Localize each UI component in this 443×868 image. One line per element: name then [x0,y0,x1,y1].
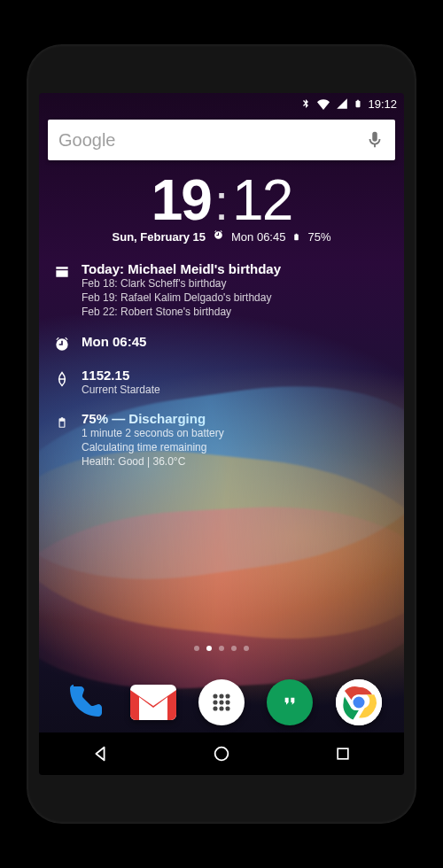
alarm-title: Mon 06:45 [82,334,392,349]
clock-date: Sun, February 15 [113,230,206,244]
stardate-icon [51,368,73,397]
svg-rect-13 [338,748,348,759]
svg-point-3 [213,700,217,704]
cell-signal-icon [336,97,348,110]
calendar-row[interactable]: Today: Michael Meidl's birthday Feb 18: … [51,256,392,329]
phone-frame: 19:12 Google 19:12 Sun, February 15 Mon … [27,44,416,824]
svg-point-5 [225,700,229,704]
battery-line2: Calculating time remaining [82,440,392,454]
battery-icon [354,97,362,110]
search-placeholder: Google [58,130,365,151]
hangouts-app-icon[interactable] [267,679,313,725]
clock-subline: Sun, February 15 Mon 06:45 75% [51,229,392,244]
calendar-title: Today: Michael Meidl's birthday [82,261,392,276]
svg-point-12 [215,748,229,761]
chrome-app-icon[interactable] [336,679,382,725]
wifi-icon [316,97,330,110]
battery-title: 75% — Discharging [82,411,392,426]
battery-line1: 1 minute 2 seconds on battery [82,426,392,440]
status-time: 19:12 [368,97,397,111]
calendar-icon [51,261,73,320]
alarm-icon [213,229,224,244]
battery-row-icon [51,411,73,469]
search-bar[interactable]: Google [48,120,395,160]
svg-point-4 [219,700,223,704]
clock-alarm: Mon 06:45 [231,230,285,244]
app-drawer-icon[interactable] [198,679,245,725]
stardate-row[interactable]: 1152.15 Current Stardate [51,362,392,406]
calendar-line1: Feb 18: Clark Scheff's birthday [82,276,392,291]
dock [39,679,404,725]
svg-point-8 [225,706,229,710]
svg-point-0 [213,694,217,698]
alarm-row[interactable]: Mon 06:45 [51,329,392,362]
clock-widget[interactable]: 19:12 Sun, February 15 Mon 06:45 75% [39,167,404,477]
bluetooth-icon [300,97,311,110]
recents-button[interactable] [331,742,354,765]
svg-point-2 [225,694,229,698]
svg-point-6 [213,706,217,710]
clock-battery: 75% [307,230,330,244]
battery-small-icon [292,231,300,243]
alarm-icon-lg [51,334,73,353]
clock-hours: 19 [152,168,211,232]
calendar-line3: Feb 22: Robert Stone's birthday [82,305,392,319]
battery-row[interactable]: 75% — Discharging 1 minute 2 seconds on … [51,406,392,478]
clock-minutes: 12 [232,168,291,232]
clock-time: 19:12 [51,167,392,233]
screen: 19:12 Google 19:12 Sun, February 15 Mon … [39,93,404,775]
stardate-title: 1152.15 [82,368,392,383]
nav-bar [39,732,404,775]
gmail-app-icon[interactable] [130,685,176,720]
mic-icon[interactable] [365,130,385,150]
calendar-line2: Feb 19: Rafael Kalim Delgado's birthday [82,291,392,305]
stardate-sub: Current Stardate [82,383,392,397]
svg-point-7 [219,706,223,710]
home-button[interactable] [210,742,233,765]
status-bar: 19:12 [39,93,404,114]
back-button[interactable] [89,742,112,765]
battery-line3: Health: Good | 36.0°C [82,454,392,469]
phone-app-icon[interactable] [61,679,107,725]
svg-point-1 [219,694,223,698]
page-indicator [39,646,404,651]
